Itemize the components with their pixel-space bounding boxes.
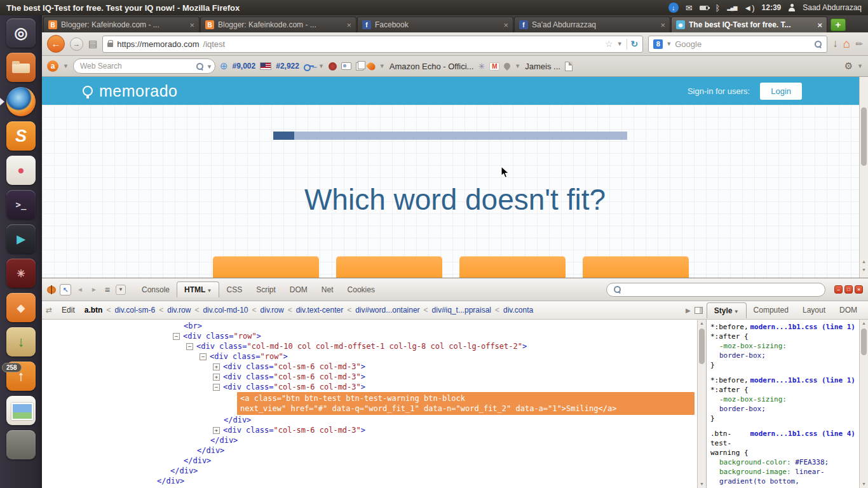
tree-scrollbar[interactable]: ▲ ▼: [697, 320, 706, 488]
browser-tab[interactable]: BBlogger: Kafeinkode.com - ...×: [43, 17, 200, 32]
twisty-icon[interactable]: −: [186, 343, 193, 350]
login-button[interactable]: Login: [760, 83, 802, 100]
tree-node[interactable]: −<div class="col-sm-6 col-md-3">: [42, 382, 697, 392]
css-file-link[interactable]: modern...1b1.css (line 4): [750, 429, 855, 438]
forward-button[interactable]: →: [70, 37, 83, 51]
media-app-icon[interactable]: ✳: [6, 259, 36, 288]
dash-home-icon[interactable]: ◎: [6, 18, 36, 48]
tab-close-icon[interactable]: ×: [660, 20, 665, 30]
answer-button-3[interactable]: [459, 256, 566, 278]
firebug-tab-cookies[interactable]: Cookies: [341, 282, 382, 297]
scrollbar-thumb[interactable]: [861, 329, 867, 355]
url-dropdown-icon[interactable]: ▼: [617, 41, 623, 47]
firebug-tab-css[interactable]: CSS: [219, 282, 249, 297]
inspect-element-icon[interactable]: ↖: [60, 284, 71, 295]
contact-card-icon[interactable]: [341, 62, 351, 70]
chevron-down-icon[interactable]: ▼: [379, 63, 385, 69]
page-scrollbar[interactable]: ▲ ▼: [859, 77, 868, 278]
back-icon[interactable]: ◄: [75, 286, 85, 293]
tree-node[interactable]: </div>: [42, 476, 697, 486]
search-icon[interactable]: [196, 62, 204, 71]
firebug-tab-net[interactable]: Net: [315, 282, 341, 297]
tree-node[interactable]: +<div class="col-sm-6 col-md-3">: [42, 362, 697, 372]
breadcrumb-item[interactable]: div.row: [167, 306, 191, 315]
wand-icon[interactable]: ✳: [478, 62, 485, 71]
chevron-down-icon[interactable]: ▼: [515, 63, 520, 69]
firebug-close-button[interactable]: ×: [855, 285, 863, 294]
home-icon[interactable]: ⌂: [843, 37, 850, 51]
tree-node[interactable]: −<div class="col-md-10 col col-md-offset…: [42, 341, 697, 351]
side-tab-computed[interactable]: Computed: [747, 302, 796, 318]
answer-button-4[interactable]: [583, 256, 689, 278]
download-indicator-icon[interactable]: ↓: [668, 3, 679, 13]
bookmark-jameis[interactable]: Jameis ...: [525, 62, 560, 71]
globe-rank-icon[interactable]: ⊕: [220, 60, 228, 72]
document-icon[interactable]: [565, 62, 573, 71]
css-file-link[interactable]: modern...1b1.css (line 1): [750, 376, 855, 385]
answer-button-1[interactable]: [213, 256, 319, 278]
reload-icon[interactable]: ↻: [631, 39, 639, 49]
tab-close-icon[interactable]: ×: [503, 20, 508, 30]
search-icon[interactable]: [814, 40, 822, 48]
tree-node[interactable]: </div>: [42, 456, 697, 466]
tab-close-icon[interactable]: ×: [189, 20, 194, 30]
browser-tab[interactable]: BBlogger: Kafeinkode.com - ...×: [200, 17, 356, 32]
search-bar[interactable]: 8 ▼ Google: [648, 36, 827, 53]
clock[interactable]: 12:39: [762, 3, 782, 12]
firebug-tab-html[interactable]: HTML ▼: [177, 281, 219, 297]
red-dot-icon[interactable]: [329, 62, 337, 71]
scrollbar-thumb[interactable]: [699, 329, 705, 364]
scroll-up-icon[interactable]: ▲: [698, 321, 706, 325]
browser-tab[interactable]: fSa'ad Abdurrazzaq×: [514, 17, 670, 32]
chevron-down-icon[interactable]: ▼: [207, 64, 212, 70]
tab-close-icon[interactable]: ×: [346, 20, 351, 30]
tree-node[interactable]: −<div class="row">: [42, 351, 697, 362]
browser-tab[interactable]: ◉The best IQ-Test for free. T...×: [671, 17, 827, 32]
google-engine-icon[interactable]: 8: [653, 39, 663, 49]
breadcrumb-item[interactable]: div.col-md-10: [203, 306, 248, 315]
copy-pages-icon[interactable]: [356, 62, 363, 71]
breadcrumb-item[interactable]: a.btn: [85, 306, 103, 315]
firebug-tab-script[interactable]: Script: [249, 282, 283, 297]
breadcrumb-item[interactable]: div#word...ontainer: [355, 306, 419, 315]
memorado-logo[interactable]: memorado: [83, 82, 178, 100]
scroll-up-icon[interactable]: ▲: [860, 321, 868, 325]
firebug-minimize-button[interactable]: –: [834, 285, 843, 294]
side-tab-layout[interactable]: Layout: [796, 302, 832, 318]
twisty-icon[interactable]: +: [213, 363, 220, 370]
tree-node[interactable]: −<div class="row">: [42, 331, 697, 341]
forward-icon[interactable]: ►: [89, 286, 99, 293]
bluetooth-icon[interactable]: ᛒ: [715, 4, 721, 12]
flame-icon[interactable]: [366, 61, 377, 72]
battery-icon[interactable]: [700, 6, 709, 10]
bookmark-star-icon[interactable]: ☆: [605, 39, 613, 49]
breadcrumb-item[interactable]: div.conta: [503, 306, 533, 315]
firefox-icon[interactable]: [6, 87, 36, 116]
tree-node[interactable]: </div>: [42, 466, 697, 476]
software-center-icon[interactable]: ●: [6, 156, 36, 185]
link-key-icon[interactable]: [304, 63, 314, 69]
gmail-icon[interactable]: M: [489, 62, 499, 71]
twisty-icon[interactable]: −: [200, 353, 207, 360]
web-search-input[interactable]: [73, 58, 215, 74]
answer-button-2[interactable]: [336, 256, 442, 278]
mail-icon[interactable]: ✉: [686, 4, 693, 12]
image-viewer-icon[interactable]: [6, 396, 36, 425]
tree-node[interactable]: +<div class="col-sm-6 col-md-3">: [42, 425, 697, 435]
style-scrollbar[interactable]: ▲ ▼: [859, 320, 868, 488]
store-icon[interactable]: ◆: [6, 293, 36, 322]
breadcrumb-item[interactable]: div.col-sm-6: [114, 306, 155, 315]
tab-close-icon[interactable]: ×: [817, 20, 822, 30]
tree-node[interactable]: <br>: [42, 321, 697, 331]
engine-dropdown-icon[interactable]: ▼: [666, 41, 672, 47]
firebug-icon[interactable]: [47, 286, 56, 294]
files-icon[interactable]: [6, 53, 36, 82]
chevron-down-icon[interactable]: ▼: [318, 63, 324, 69]
twisty-icon[interactable]: +: [213, 374, 220, 381]
pin-icon[interactable]: [503, 62, 512, 71]
tree-node[interactable]: </div>: [42, 415, 697, 425]
scroll-down-icon[interactable]: ▼: [860, 482, 868, 486]
bookmark-amazon[interactable]: Amazon Echo - Offici...: [390, 62, 474, 71]
firebug-tab-dom[interactable]: DOM: [283, 282, 315, 297]
breadcrumb-item[interactable]: div#iq_t...ppraisal: [432, 306, 491, 315]
